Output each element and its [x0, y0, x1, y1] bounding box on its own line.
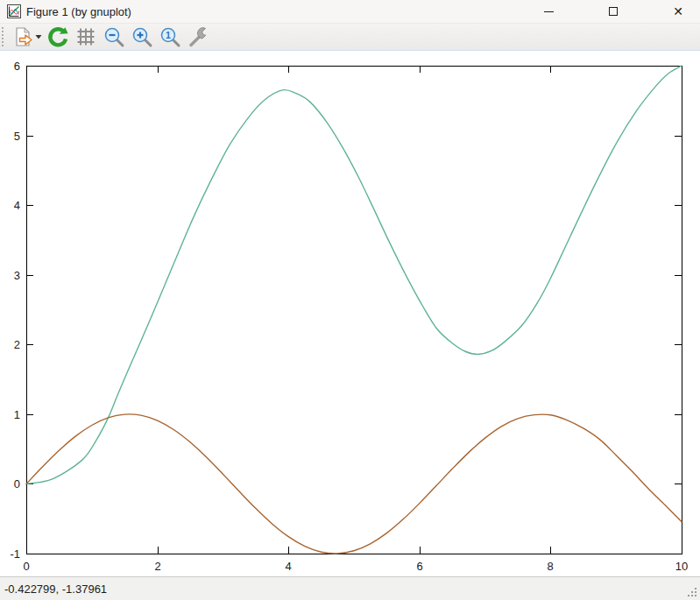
replot-button[interactable]	[45, 25, 71, 49]
wrench-icon	[187, 25, 209, 48]
statusbar: -0.422799, -1.37961	[0, 576, 700, 600]
close-button[interactable]: ✕	[658, 0, 698, 23]
gnuplot-figure-window: Figure 1 (by gnuplot) ✕	[0, 0, 700, 600]
refresh-icon	[46, 25, 69, 48]
gnuplot-app-icon	[7, 4, 21, 18]
y-tick-label: 0	[14, 477, 20, 491]
toolbar: 1	[0, 23, 700, 51]
y-tick-label: 5	[14, 130, 20, 143]
window-title: Figure 1 (by gnuplot)	[26, 5, 131, 18]
y-tick-label: 3	[14, 269, 20, 282]
toolbar-grip[interactable]	[2, 27, 6, 46]
resize-grip-icon[interactable]	[687, 587, 698, 598]
sine-curve-path	[26, 414, 682, 554]
minimize-icon	[544, 11, 554, 12]
magnifier-plus-icon	[131, 25, 153, 48]
options-button[interactable]	[185, 25, 211, 49]
grid-icon	[75, 26, 96, 47]
toggle-grid-button[interactable]	[73, 25, 99, 49]
close-icon: ✕	[673, 5, 683, 18]
export-plot-button[interactable]	[10, 25, 36, 49]
mouse-coordinates: -0.422799, -1.37961	[4, 582, 107, 596]
plot-svg[interactable]: 0246810-10123456	[0, 51, 700, 576]
minimize-button[interactable]	[528, 0, 569, 23]
y-tick-label: 1	[14, 408, 20, 421]
x-tick-label: 2	[154, 560, 160, 573]
y-tick-label: 4	[14, 199, 20, 212]
y-tick-label: 6	[14, 60, 20, 73]
magnifier-one-icon: 1	[159, 25, 181, 48]
maximize-icon	[609, 7, 618, 16]
zoom-out-button[interactable]	[101, 25, 127, 49]
export-icon	[11, 25, 34, 48]
x-tick-label: 8	[547, 560, 553, 573]
y-tick-label: 2	[14, 338, 20, 351]
chevron-down-icon	[35, 34, 42, 39]
zoom-reset-glyph: 1	[166, 30, 171, 40]
zoom-in-button[interactable]	[129, 25, 155, 49]
x-tick-label: 6	[416, 560, 422, 573]
x-tick-label: 10	[675, 560, 688, 573]
x-tick-label: 4	[285, 560, 291, 573]
y-tick-label: -1	[10, 547, 20, 561]
plot-border	[26, 66, 682, 554]
export-dropdown-button[interactable]	[34, 25, 43, 49]
maximize-button[interactable]	[593, 0, 633, 23]
curve-rising-oscillation-path	[26, 66, 682, 484]
x-tick-label: 0	[23, 560, 29, 573]
zoom-reset-button[interactable]: 1	[157, 25, 183, 49]
titlebar[interactable]: Figure 1 (by gnuplot) ✕	[0, 0, 700, 23]
caption-buttons: ✕	[504, 0, 700, 23]
plot-canvas[interactable]: 0246810-10123456	[0, 51, 700, 576]
magnifier-minus-icon	[103, 25, 125, 48]
